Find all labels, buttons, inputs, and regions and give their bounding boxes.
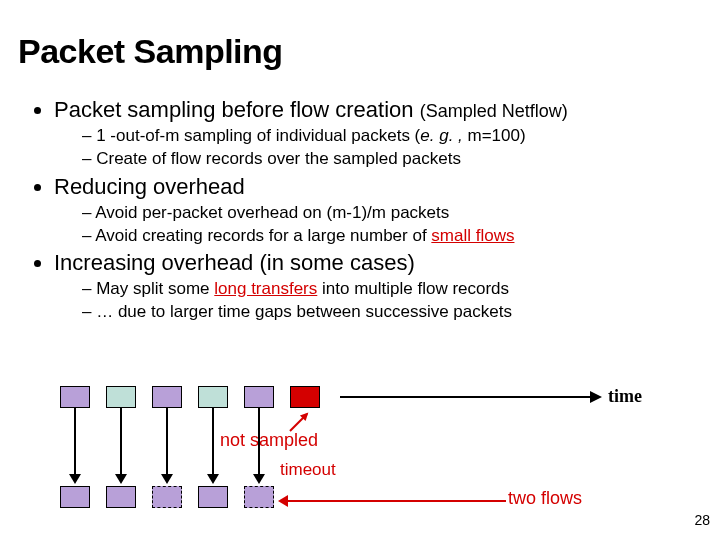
slide: Packet Sampling Packet sampling before f… (0, 0, 720, 540)
slide-number: 28 (694, 512, 710, 528)
packet-top-4 (198, 386, 228, 408)
bullet-3-sub-2-pre: … due to larger time gaps between succes… (96, 302, 512, 321)
packet-bottom-4 (198, 486, 228, 508)
bullet-1: Packet sampling before flow creation (Sa… (54, 97, 702, 170)
not-sampled-label: not sampled (220, 430, 318, 451)
drop-arrow-icon (212, 408, 214, 482)
bullet-3: Increasing overhead (in some cases) May … (54, 250, 702, 323)
bullet-3-sub: May split some long transfers into multi… (54, 278, 702, 323)
drop-arrow-icon (74, 408, 76, 482)
bullet-2-text: Reducing overhead (54, 174, 245, 199)
time-arrow-icon (340, 396, 600, 398)
packet-bottom-2 (106, 486, 136, 508)
bullet-1-sub-1-em: e. g. , (420, 126, 463, 145)
bullet-3-sub-1-post: into multiple flow records (317, 279, 509, 298)
bullet-3-sub-1-pre: May split some (96, 279, 214, 298)
bullet-2-sub: Avoid per-packet overhead on (m-1)/m pac… (54, 202, 702, 247)
diagram: time not sampled timeout two flows (0, 380, 720, 520)
bullet-1-sub: 1 -out-of-m sampling of individual packe… (54, 125, 702, 170)
bullet-2-sub-1-pre: Avoid per-packet overhead on (m-1)/m pac… (95, 203, 449, 222)
time-label: time (608, 386, 642, 407)
bullet-3-text: Increasing overhead (in some cases) (54, 250, 415, 275)
bullet-2: Reducing overhead Avoid per-packet overh… (54, 174, 702, 247)
bullet-list: Packet sampling before flow creation (Sa… (36, 97, 702, 323)
two-flows-label: two flows (508, 488, 582, 509)
bullet-1-sub-1-pre: 1 -out-of-m sampling of individual packe… (96, 126, 420, 145)
bullet-2-sub-1: Avoid per-packet overhead on (m-1)/m pac… (82, 202, 702, 223)
bullet-1-paren: (Sampled Netflow) (420, 101, 568, 121)
drop-arrow-icon (166, 408, 168, 482)
packet-top-2 (106, 386, 136, 408)
packet-top-1 (60, 386, 90, 408)
bullet-2-sub-2-hi: small flows (431, 226, 514, 245)
slide-title: Packet Sampling (18, 32, 702, 71)
bullet-3-sub-1-hi: long transfers (214, 279, 317, 298)
packet-top-5 (244, 386, 274, 408)
drop-arrow-icon (258, 408, 260, 482)
bullet-1-sub-2-pre: Create of flow records over the sampled … (96, 149, 461, 168)
packet-bottom-1 (60, 486, 90, 508)
bullet-3-sub-1: May split some long transfers into multi… (82, 278, 702, 299)
drop-arrow-icon (120, 408, 122, 482)
packet-bottom-3-timeout (152, 486, 182, 508)
bullet-2-sub-2-pre: Avoid creating records for a large numbe… (95, 226, 431, 245)
bullet-1-sub-1: 1 -out-of-m sampling of individual packe… (82, 125, 702, 146)
packet-bottom-5-timeout (244, 486, 274, 508)
bullet-2-sub-2: Avoid creating records for a large numbe… (82, 225, 702, 246)
bullet-1-text: Packet sampling before flow creation (54, 97, 420, 122)
timeout-label: timeout (280, 460, 336, 480)
bullet-1-sub-1-post: m=100) (463, 126, 526, 145)
bullet-1-sub-2: Create of flow records over the sampled … (82, 148, 702, 169)
bullet-3-sub-2: … due to larger time gaps between succes… (82, 301, 702, 322)
packet-top-6-not-sampled (290, 386, 320, 408)
packet-top-3 (152, 386, 182, 408)
two-flows-arrow-icon (280, 500, 506, 502)
